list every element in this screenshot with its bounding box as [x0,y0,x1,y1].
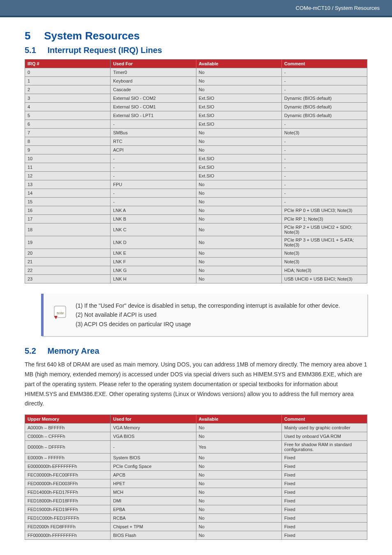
table-cell: HDA; Note(3) [281,266,367,275]
table-cell: No [196,275,281,283]
table-cell: 1 [25,77,111,85]
table-cell: No [196,266,281,275]
table-cell: 0 [25,68,111,77]
table-cell: 23 [25,275,111,283]
table-cell: No [196,189,281,198]
table-row: E0000h – FFFFFhSystem BIOSNoFixed [25,454,367,462]
note-line-2: (2) Not available if ACPI is used [76,310,340,319]
table-cell: 4 [25,103,111,111]
table-cell: PCIe RP 0 + USB UHCI3; Note(3) [281,206,367,215]
table-cell: FED00000h-FED003FFh [25,479,111,488]
memory-area-paragraph: The first 640 kB of DRAM are used as mai… [25,360,367,409]
table-cell: - [281,180,367,189]
col-upper-memory: Upper Memory [25,415,111,424]
table-cell: Dynamic (BIOS default) [281,103,367,111]
table-row: 1KeyboardNo- [25,77,367,85]
table-cell: - [111,198,196,206]
table-row: E0000000h-EFFFFFFFhPCIe Config SpaceNoFi… [25,462,367,471]
table-cell: PCIe RP 3 + USB UHCI1 + S-ATA; Note(3) [281,236,367,249]
chapter-heading: 5 System Resources [25,30,367,42]
table-row: FED2000h FED8FFFFhChipset + TPMNoFixed [25,523,367,531]
table-cell: - [111,120,196,129]
table-row: 0Timer0No- [25,68,367,77]
table-cell: Ext.SIO [196,111,281,120]
col-comment: Comment [281,415,367,424]
section-5-1-heading: 5.1 Interrupt Request (IRQ) Lines [25,46,367,55]
table-cell: FED2000h FED8FFFFh [25,523,111,531]
table-cell: External SIO - COM2 [111,94,196,103]
table-cell: 20 [25,249,111,258]
table-cell: Note(3) [281,129,367,137]
note-text: (1) If the "Used For" device is disabled… [76,301,340,329]
table-cell: C0000h – CFFFFh [25,432,111,441]
table-cell: Fixed [281,454,367,462]
table-cell: No [196,137,281,146]
table-cell: Note(3) [281,249,367,258]
table-row: 10-Ext.SIO- [25,154,367,163]
table-cell: Chipset + TPM [111,523,196,531]
table-row: 13FPUNo- [25,180,367,189]
table-row: FED14000h-FED17FFFhMCHNoFixed [25,488,367,497]
note-icon: note [52,304,68,320]
table-cell: - [111,189,196,198]
table-row: 23LNK HNoUSB UHCI0 + USB EHCI; Note(3) [25,275,367,283]
table-cell: D0000h – DFFFFh [25,441,111,454]
table-row: 6-Ext.SIO- [25,120,367,129]
note-box: note (1) If the "Used For" device is dis… [41,294,367,336]
table-cell: - [281,85,367,94]
table-row: 16LNK ANoPCIe RP 0 + USB UHCI3; Note(3) [25,206,367,215]
svg-text:note: note [57,311,64,315]
table-row: 7SMBusNoNote(3) [25,129,367,137]
table-cell: Fixed [281,462,367,471]
table-cell: Fixed [281,531,367,540]
table-cell: No [196,236,281,249]
table-cell: No [196,215,281,223]
table-row: A0000h – BFFFFhVGA MemoryNoMainly used b… [25,424,367,432]
table-cell: 9 [25,146,111,154]
table-cell: External SIO - COM1 [111,103,196,111]
table-row: FF000000h-FFFFFFFFhBIOS FlashNoFixed [25,531,367,540]
table-cell: Ext.SIO [196,154,281,163]
table-cell: LNK A [111,206,196,215]
table-row: 15-No- [25,198,367,206]
table-cell: Ext.SIO [196,172,281,180]
page-content: 5 System Resources 5.1 Interrupt Request… [0,17,392,555]
col-usedfor: Used For [111,60,196,68]
table-cell: Fixed [281,523,367,531]
table-cell: Note(3) [281,258,367,266]
table-cell: LNK H [111,275,196,283]
section-title: Interrupt Request (IRQ) Lines [48,46,162,55]
table-cell: External SIO - LPT1 [111,111,196,120]
table-cell: LNK E [111,249,196,258]
table-cell: Fixed [281,479,367,488]
table-row: 18LNK CNoPCIe RP 2 + USB UHCI2 + SDIO; N… [25,223,367,236]
table-cell: 10 [25,154,111,163]
table-cell: E0000000h-EFFFFFFFh [25,462,111,471]
table-cell: Ext.SIO [196,103,281,111]
section-number: 5.1 [25,46,45,55]
table-cell: Ext.SIO [196,94,281,103]
table-cell: - [281,120,367,129]
table-row: FED19000h-FED19FFFhEPBANoFixed [25,505,367,514]
table-cell: No [196,223,281,236]
table-cell: No [196,531,281,540]
table-cell: No [196,479,281,488]
table-cell: FED18000h-FED18FFFh [25,497,111,505]
table-cell: No [196,471,281,479]
table-cell: - [111,163,196,172]
table-cell: Mainly used by graphic controller [281,424,367,432]
table-cell: FED1C000h-FED1FFFFh [25,514,111,523]
col-irq: IRQ # [25,60,111,68]
table-cell: 16 [25,206,111,215]
table-cell: Timer0 [111,68,196,77]
table-cell: Fixed [281,471,367,479]
table-cell: - [111,172,196,180]
table-cell: 17 [25,215,111,223]
col-usedfor: Used for [111,415,196,424]
table-cell: - [281,198,367,206]
irq-table: IRQ # Used For Available Comment 0Timer0… [25,59,367,283]
table-cell: 3 [25,94,111,103]
table-cell: RCBA [111,514,196,523]
table-cell: LNK D [111,236,196,249]
table-cell: 12 [25,172,111,180]
